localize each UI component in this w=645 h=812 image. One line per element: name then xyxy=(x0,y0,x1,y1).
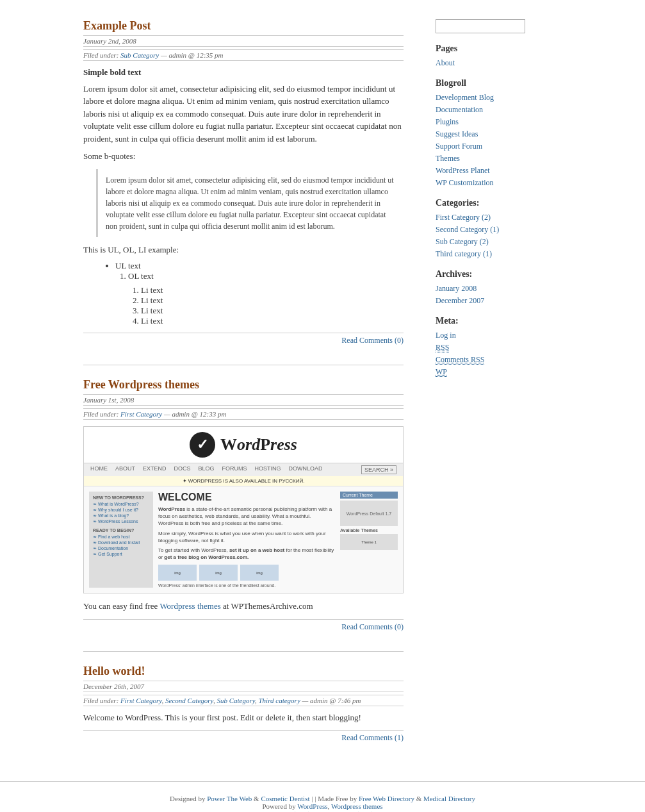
wp-desc-2: More simply, WordPress is what you use w… xyxy=(158,530,335,544)
post-ul-ol-label: This is UL, OL, LI example: xyxy=(83,244,404,256)
post-category-link-3c[interactable]: Sub Category xyxy=(216,697,255,704)
blogroll-docs[interactable]: Documentation xyxy=(436,105,483,114)
blogroll-plugins[interactable]: Plugins xyxy=(436,117,459,126)
post-category-link-3a[interactable]: First Category xyxy=(120,697,161,704)
post-body-2: ✓ WordPress HOME ABOUT EXTEND DOCS BLOG … xyxy=(83,426,404,613)
footer-made-free: | | Made Free by xyxy=(311,795,359,802)
post-filed-2: Filed under: First Category — admin @ 12… xyxy=(83,408,404,420)
post-category-link-2[interactable]: First Category xyxy=(120,410,162,418)
post-author-time-2: admin @ 12:33 pm xyxy=(172,410,226,418)
blogroll-dev-blog[interactable]: Development Blog xyxy=(436,93,494,102)
wp-nav-home: HOME xyxy=(90,465,108,474)
blogroll-wp-planet[interactable]: WordPress Planet xyxy=(436,166,490,175)
archives-list: January 2008 December 2007 xyxy=(436,283,544,306)
wp-friendliest: WordPress' admin interface is one of the… xyxy=(158,583,398,588)
footer-wordpress-themes-link[interactable]: Wordpress themes xyxy=(331,802,383,810)
sidebar: Pages About Blogroll Development Blog Do… xyxy=(423,13,557,768)
page-about-link[interactable]: About xyxy=(436,58,455,67)
post-ol-item: OL text xyxy=(128,271,404,281)
post-li-item-4: Li text xyxy=(141,316,404,326)
post-li-item-1: Li text xyxy=(141,285,404,295)
post-filed-3: Filed under: First Category, Second Cate… xyxy=(83,695,404,706)
wp-theme-available: Theme 1 xyxy=(340,534,398,550)
wp-nav-blog: BLOG xyxy=(199,465,215,474)
blogroll-wp-custom[interactable]: WP Customization xyxy=(436,178,494,187)
wp-nav-forums: FORUMS xyxy=(222,465,247,474)
blogroll-heading: Blogroll xyxy=(436,78,544,88)
blogroll-suggest[interactable]: Suggest Ideas xyxy=(436,129,478,138)
wp-logo-bar: ✓ WordPress xyxy=(84,427,403,463)
post-li-item-3: Li text xyxy=(141,306,404,316)
blogroll-themes[interactable]: Themes xyxy=(436,154,460,163)
meta-comments-rss[interactable]: Comments RSS xyxy=(436,355,484,365)
post-body-2-text: You can easy find free Wordpress themes … xyxy=(83,600,404,613)
wp-nav-download: DOWNLOAD xyxy=(289,465,323,474)
wp-link-what: ❧ What is WordPress? xyxy=(93,502,149,507)
list-item: January 2008 xyxy=(436,283,544,294)
wp-footer-text: You can easy find free xyxy=(83,601,159,611)
meta-rss[interactable]: RSS xyxy=(436,343,449,352)
post-ul: UL text OL text xyxy=(115,261,404,281)
pages-heading: Pages xyxy=(436,44,544,54)
sidebar-meta: Meta: Log in RSS Comments RSS WP xyxy=(436,316,544,377)
wp-footer-link[interactable]: Wordpress themes xyxy=(159,601,220,611)
footer-line-1: Designed by Power The Web & Cosmetic Den… xyxy=(13,795,632,802)
filed-under-label-2: Filed under: xyxy=(83,410,118,418)
post-hello-body: Welcome to WordPress. This is your first… xyxy=(83,711,404,724)
wp-logo: ✓ WordPress xyxy=(190,432,297,458)
archive-dec2007[interactable]: December 2007 xyxy=(436,296,484,305)
post-title-3: Hello world! xyxy=(83,665,404,678)
list-item: Support Forum xyxy=(436,141,544,151)
post-li-list: Li text Li text Li text Li text xyxy=(141,285,404,326)
wp-available-themes: Available Themes xyxy=(340,528,398,533)
list-item: RSS xyxy=(436,342,544,352)
wp-link-host: ❧ Find a web host xyxy=(93,534,149,540)
list-item: Documentation xyxy=(436,104,544,115)
blogroll-support[interactable]: Support Forum xyxy=(436,142,482,151)
footer-and: & xyxy=(254,795,261,802)
post-filed-1: Filed under: Sub Category — admin @ 12:3… xyxy=(83,49,404,61)
post-title-2: Free Wordpress themes xyxy=(83,378,404,392)
cat-first[interactable]: First Category (2) xyxy=(436,213,491,222)
sidebar-archives: Archives: January 2008 December 2007 xyxy=(436,269,544,306)
footer-wordpress-link[interactable]: WordPress xyxy=(297,802,327,810)
post-date-2: January 1st, 2008 xyxy=(83,396,134,404)
search-input[interactable] xyxy=(436,19,525,33)
divider-2 xyxy=(83,651,404,652)
wp-desc-3: To get started with WordPress, set it up… xyxy=(158,547,335,561)
footer-cosmetic-dentist[interactable]: Cosmetic Dentist xyxy=(261,795,309,802)
read-comments-link-3[interactable]: Read Comments (1) xyxy=(341,733,404,742)
wp-logo-wordmark: WordPress xyxy=(220,435,297,454)
wp-img-2: img xyxy=(199,565,238,581)
post-category-link-3d[interactable]: Third category xyxy=(258,697,300,704)
main-content: Example Post January 2nd, 2008 Filed und… xyxy=(0,13,416,768)
read-comments-link-1[interactable]: Read Comments (0) xyxy=(341,336,404,345)
list-item: December 2007 xyxy=(436,295,544,306)
post-author-time-1: admin @ 12:35 pm xyxy=(169,51,224,59)
meta-wp[interactable]: WP xyxy=(436,367,447,377)
cat-third[interactable]: Third category (1) xyxy=(436,249,492,258)
cat-second[interactable]: Second Category (1) xyxy=(436,225,499,234)
archive-jan2008[interactable]: January 2008 xyxy=(436,284,477,293)
post-category-link-3b[interactable]: Second Category xyxy=(165,697,213,704)
wp-nav-search: SEARCH » xyxy=(361,465,396,474)
post-footer-1: Read Comments (0) xyxy=(83,333,404,345)
read-comments-link-2[interactable]: Read Comments (0) xyxy=(341,622,404,631)
categories-list: First Category (2) Second Category (1) S… xyxy=(436,212,544,259)
wp-bottom-images: img img img xyxy=(158,565,398,581)
archives-heading: Archives: xyxy=(436,269,544,279)
meta-login[interactable]: Log in xyxy=(436,331,456,340)
footer-free-web-directory[interactable]: Free Web Directory xyxy=(359,795,414,802)
post-ol: OL text xyxy=(128,271,404,281)
wp-nav-extend: EXTEND xyxy=(143,465,167,474)
post-title-1: Example Post xyxy=(83,19,404,33)
post-category-link-1[interactable]: Sub Category xyxy=(120,51,159,59)
wp-russian-notice: ✦ WORDPRESS IS ALSO AVAILABLE IN РУССКИЙ… xyxy=(84,476,403,486)
filed-under-label-3: Filed under: xyxy=(83,697,118,704)
list-item: Third category (1) xyxy=(436,249,544,259)
wp-nav-about: ABOUT xyxy=(115,465,135,474)
footer-medical-directory[interactable]: Medical Directory xyxy=(423,795,475,802)
footer-power-the-web[interactable]: Power The Web xyxy=(207,795,252,802)
meta-list: Log in RSS Comments RSS WP xyxy=(436,330,544,377)
cat-sub[interactable]: Sub Category (2) xyxy=(436,237,489,246)
